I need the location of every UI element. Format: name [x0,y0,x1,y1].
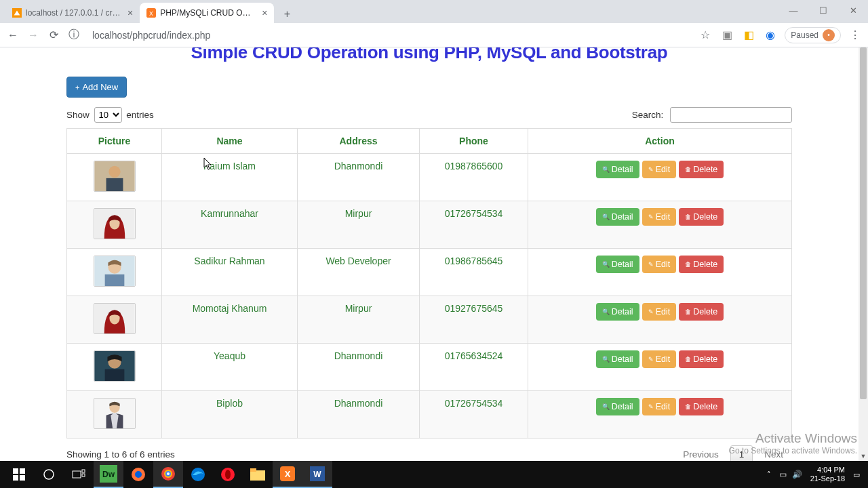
scroll-down-icon[interactable]: ▼ [859,451,868,461]
delete-button[interactable]: 🗑Delete [679,256,724,273]
trash-icon: 🗑 [685,214,691,220]
table-row: KamrunnaharMirpur01726754534🔍Detail✎Edit… [67,201,792,249]
taskview-icon[interactable] [64,461,94,488]
menu-button[interactable]: ⋮ [848,28,863,43]
detail-button[interactable]: 🔍Detail [596,303,639,321]
notifications-icon[interactable]: ▭ [853,470,860,479]
minimize-button[interactable]: — [778,0,808,20]
page-current[interactable]: 1 [730,445,753,461]
opera-icon[interactable] [213,461,243,488]
col-picture[interactable]: Picture [67,129,162,154]
clock-time: 4:04 PM [810,466,845,474]
page-prev[interactable]: Previous [674,445,728,461]
tab-title: PHP/MySQLi CRUD Operation us [160,8,255,18]
extension-icon[interactable]: ◧ [741,28,756,43]
site-info-icon[interactable]: ⓘ [66,28,81,43]
cortana-icon[interactable] [34,461,64,488]
edit-button[interactable]: ✎Edit [642,398,677,415]
delete-button[interactable]: 🗑Delete [679,398,724,415]
user-photo [94,350,136,382]
detail-button[interactable]: 🔍Detail [596,398,639,415]
add-new-button[interactable]: + Add New [66,77,127,98]
user-photo [94,256,136,287]
length-prefix: Show [66,110,90,120]
start-button[interactable] [4,461,34,488]
cell-phone: 01987865600 [420,154,528,201]
delete-button[interactable]: 🗑Delete [679,208,724,226]
vertical-scrollbar[interactable]: ▲ ▼ [859,47,868,461]
col-phone[interactable]: Phone [420,129,528,154]
tray-chevron-icon[interactable]: ˄ [767,470,771,479]
search-icon: 🔍 [602,403,610,410]
plus-icon: + [75,83,79,92]
firefox-icon[interactable] [123,461,153,488]
file-explorer-icon[interactable] [243,461,273,488]
system-tray: ˄ ▭ 🔊 4:04 PM 21-Sep-18 ▭ [767,466,864,483]
word-icon[interactable]: W [302,461,332,488]
close-icon[interactable]: × [127,7,133,18]
scroll-thumb[interactable] [860,47,867,399]
svg-rect-5 [106,178,123,191]
window-controls: — ☐ ✕ [778,0,868,20]
maximize-button[interactable]: ☐ [808,0,838,20]
cell-name: Sadikur Rahman [162,249,298,296]
svg-rect-18 [13,468,18,474]
detail-button[interactable]: 🔍Detail [596,208,639,226]
table-row: Kaium IslamDhanmondi01987865600🔍Detail✎E… [67,154,792,201]
forward-button[interactable]: → [26,28,41,43]
pencil-icon: ✎ [648,214,654,220]
extension-icon[interactable]: ◉ [763,28,778,43]
xampp-icon[interactable]: X [273,461,302,488]
svg-point-22 [44,470,54,479]
edit-button[interactable]: ✎Edit [642,256,677,273]
user-photo [94,161,136,192]
tab-crud-page[interactable]: X PHP/MySQLi CRUD Operation us × [140,3,274,23]
camera-icon[interactable]: ▣ [719,28,734,43]
col-action[interactable]: Action [528,129,792,154]
search-input[interactable] [670,107,792,123]
trash-icon: 🗑 [685,356,691,363]
dreamweaver-icon[interactable]: Dw [94,461,123,488]
table-row: Momotaj KhanumMirpur01927675645🔍Detail✎E… [67,296,792,344]
star-icon[interactable]: ☆ [698,28,713,43]
volume-icon[interactable]: 🔊 [792,470,802,479]
edge-icon[interactable] [183,461,213,488]
cell-address: Mirpur [298,201,420,249]
network-icon[interactable]: ▭ [779,470,787,479]
delete-button[interactable]: 🗑Delete [679,350,724,368]
col-name[interactable]: Name [162,129,298,154]
url-field[interactable]: localhost/phpcrud/index.php [87,30,692,41]
profile-paused[interactable]: Paused • [785,27,841,43]
clock[interactable]: 4:04 PM 21-Sep-18 [810,466,845,483]
edit-button[interactable]: ✎Edit [642,208,677,226]
delete-button[interactable]: 🗑Delete [679,303,724,321]
page-next[interactable]: Next [755,445,792,461]
close-button[interactable]: ✕ [838,0,868,20]
edit-button[interactable]: ✎Edit [642,161,677,178]
svg-point-4 [108,166,120,178]
close-icon[interactable]: × [262,7,267,18]
cell-action: 🔍Detail✎Edit🗑Delete [528,201,792,249]
avatar-icon: • [823,29,835,41]
col-address[interactable]: Address [298,129,420,154]
chrome-icon[interactable] [153,461,183,488]
edit-button[interactable]: ✎Edit [642,303,677,321]
detail-button[interactable]: 🔍Detail [596,350,639,368]
search-icon: 🔍 [602,356,610,363]
new-tab-button[interactable]: + [278,5,296,23]
reload-button[interactable]: ⟳ [46,28,61,43]
trash-icon: 🗑 [685,166,691,173]
cell-action: 🔍Detail✎Edit🗑Delete [528,344,792,391]
pencil-icon: ✎ [648,308,654,315]
detail-button[interactable]: 🔍Detail [596,256,639,273]
detail-button[interactable]: 🔍Detail [596,161,639,178]
cell-name: Yeaqub [162,344,298,391]
cell-address: Web Developer [298,249,420,296]
clock-date: 21-Sep-18 [810,474,845,483]
delete-button[interactable]: 🗑Delete [679,161,724,178]
length-select[interactable]: 10 [94,107,122,123]
svg-rect-24 [82,470,85,472]
back-button[interactable]: ← [5,28,20,43]
edit-button[interactable]: ✎Edit [642,350,677,368]
tab-phpmyadmin[interactable]: localhost / 127.0.0.1 / crudphp × [5,3,140,23]
